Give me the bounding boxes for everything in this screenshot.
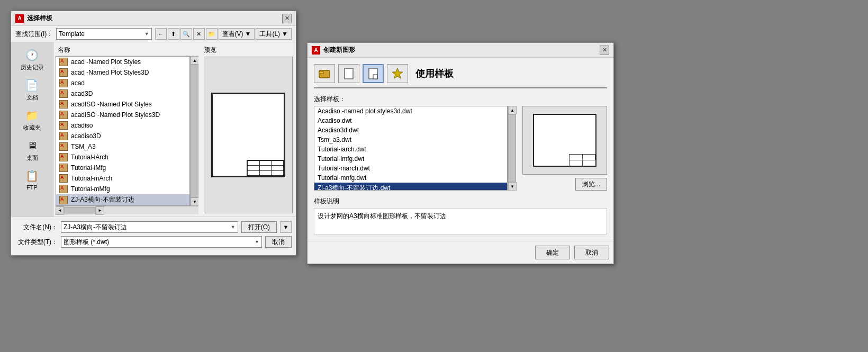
wizard-button[interactable] (387, 64, 408, 83)
file-type-icon (59, 185, 68, 193)
file-name: acadiso3D (71, 132, 101, 140)
template-list-item[interactable]: Acadiso -named plot styles3d.dwt (314, 106, 507, 116)
hscrollbar-right-button[interactable]: ► (96, 206, 104, 215)
preview-drawing (211, 93, 285, 177)
sidebar-item-ftp[interactable]: 📋 FTP (13, 166, 51, 193)
main-dialog-close-button[interactable]: ✕ (282, 14, 292, 23)
file-name: acadISO -Named Plot Styles3D (71, 111, 160, 119)
file-item[interactable]: Tutorial-mArch (56, 173, 189, 184)
sidebar-item-docs[interactable]: 📄 文档 (13, 76, 51, 104)
svg-marker-5 (392, 68, 403, 78)
view-menu-button[interactable]: 查看(V) ▼ (219, 28, 255, 40)
search-button[interactable]: 🔍 (180, 28, 192, 40)
file-item[interactable]: Tutorial-mMfg (56, 184, 189, 194)
sidebar-item-desktop[interactable]: 🖥 桌面 (13, 136, 51, 164)
file-item[interactable]: acadiso3D (56, 131, 189, 141)
tb-row-2 (569, 160, 595, 166)
template-title-block (569, 154, 595, 166)
template-list-item[interactable]: Tutorial-mnfg.dwt (314, 173, 507, 183)
file-item[interactable]: Tutorial-iArch (56, 152, 189, 163)
second-dialog-close-button[interactable]: ✕ (600, 46, 609, 55)
look-in-value: Template (59, 30, 85, 38)
dwt-icon (59, 100, 68, 109)
file-name: Tutorial-iMfg (71, 164, 106, 172)
second-cancel-button[interactable]: 取消 (574, 246, 609, 259)
second-dialog-titlebar: A 创建新图形 ✕ (308, 43, 613, 58)
file-name: acad3D (71, 90, 93, 97)
docs-icon: 📄 (24, 78, 41, 93)
title-block-col-9 (272, 171, 284, 175)
file-list-area: 名称 acad -Named Plot Styles acad -Named P… (53, 42, 201, 216)
up-folder-button[interactable]: ⬆ (168, 28, 179, 40)
file-type-combo[interactable]: 图形样板 (*.dwt) ▼ (61, 236, 262, 248)
tb-cell-4 (583, 160, 595, 166)
sidebar-item-favorites[interactable]: 📁 收藏夹 (13, 106, 51, 134)
file-name-input[interactable]: ZJ-A3横向-不留装订边 ▼ (61, 221, 238, 233)
file-item[interactable]: acad3D (56, 88, 189, 99)
browse-button[interactable]: 浏览... (575, 178, 607, 191)
hscrollbar-thumb[interactable] (64, 207, 96, 214)
template-section: 选择样板： Acadiso -named plot styles3d.dwtAc… (314, 95, 607, 191)
file-item[interactable]: ZJ-A3横向-不留装订边 (56, 194, 189, 205)
description-section: 样板说明 设计梦网的A3横向标准图形样板，不留装订边 (314, 197, 607, 234)
title-block-row-1 (248, 161, 284, 166)
delete-button[interactable]: ✕ (193, 28, 205, 40)
dwt-icon (59, 58, 68, 66)
back-button[interactable]: ← (155, 28, 167, 40)
new-blank-drawing-button[interactable] (338, 64, 359, 83)
file-type-icon (59, 68, 68, 77)
scrollbar-up-button[interactable]: ▲ (191, 56, 198, 65)
look-in-combo[interactable]: Template ▼ (56, 28, 151, 40)
file-item[interactable]: acad (56, 78, 189, 88)
open-drawing-button[interactable] (314, 64, 335, 83)
template-list-item[interactable]: Acadiso.dwt (314, 116, 507, 125)
file-item[interactable]: TSM_A3 (56, 141, 189, 152)
template-list[interactable]: Acadiso -named plot styles3d.dwtAcadiso.… (314, 106, 508, 191)
toolbar-buttons-group: ← ⬆ 🔍 ✕ 📁 查看(V) ▼ 工具(L) ▼ (155, 28, 292, 40)
second-app-icon: A (312, 46, 320, 55)
file-type-arrow-icon: ▼ (255, 239, 259, 245)
template-list-item[interactable]: Zj-a3横向-不留装订边.dwt (314, 183, 507, 191)
open-button[interactable]: 打开(O) (241, 221, 277, 233)
sidebar-desktop-label: 桌面 (26, 154, 38, 162)
ok-button[interactable]: 确定 (535, 246, 570, 259)
sidebar-ftp-label: FTP (26, 184, 38, 191)
scrollbar-down-button[interactable]: ▼ (191, 197, 198, 206)
tools-menu-button[interactable]: 工具(L) ▼ (256, 28, 292, 40)
app-icon: A (15, 14, 24, 23)
file-item[interactable]: acadiso (56, 120, 189, 131)
new-template-drawing-button[interactable] (363, 64, 384, 83)
template-scrollbar-down[interactable]: ▼ (508, 182, 517, 191)
main-dialog-toolbar: 查找范围(I)： Template ▼ ← ⬆ 🔍 ✕ 📁 查看(V) ▼ 工具… (11, 26, 296, 42)
open-options-button[interactable]: ▼ (280, 221, 292, 233)
title-block-col-3 (272, 161, 284, 165)
template-scrollbar-thumb[interactable] (508, 114, 516, 182)
tools-label: 工具(L) (259, 30, 280, 39)
file-item[interactable]: acadISO -Named Plot Styles (56, 99, 189, 110)
file-list-hscrollbar[interactable]: ◄ ► (56, 206, 198, 214)
file-item[interactable]: acad -Named Plot Styles3D (56, 67, 189, 78)
file-list[interactable]: acad -Named Plot Styles acad -Named Plot… (56, 56, 190, 206)
file-item[interactable]: acadISO -Named Plot Styles3D (56, 110, 189, 120)
hscrollbar-left-button[interactable]: ◄ (56, 206, 64, 215)
name-column-header: 名称 (58, 46, 70, 55)
file-list-scrollbar[interactable]: ▲ ▼ (190, 56, 198, 206)
desktop-icon: 🖥 (24, 138, 41, 153)
template-list-item[interactable]: Tutorial-march.dwt (314, 164, 507, 173)
template-list-scrollbar[interactable]: ▲ ▼ (508, 106, 516, 191)
template-list-item[interactable]: Tsm_a3.dwt (314, 135, 507, 145)
create-folder-button[interactable]: 📁 (206, 28, 218, 40)
file-item[interactable]: Tutorial-iMfg (56, 163, 189, 173)
open-folder-icon (318, 67, 331, 80)
scrollbar-thumb[interactable] (191, 65, 198, 197)
template-list-item[interactable]: Tutorial-iarch.dwt (314, 145, 507, 154)
tb-row-1 (569, 155, 595, 160)
template-list-item[interactable]: Tutorial-imfg.dwt (314, 154, 507, 164)
cancel-button[interactable]: 取消 (265, 236, 292, 248)
sidebar-item-history[interactable]: 🕐 历史记录 (13, 46, 51, 74)
dwt-icon (59, 79, 68, 87)
file-item[interactable]: acad -Named Plot Styles (56, 57, 189, 67)
template-scrollbar-up[interactable]: ▲ (508, 106, 517, 114)
template-list-item[interactable]: Acadiso3d.dwt (314, 125, 507, 135)
dwt-icon (59, 142, 68, 151)
